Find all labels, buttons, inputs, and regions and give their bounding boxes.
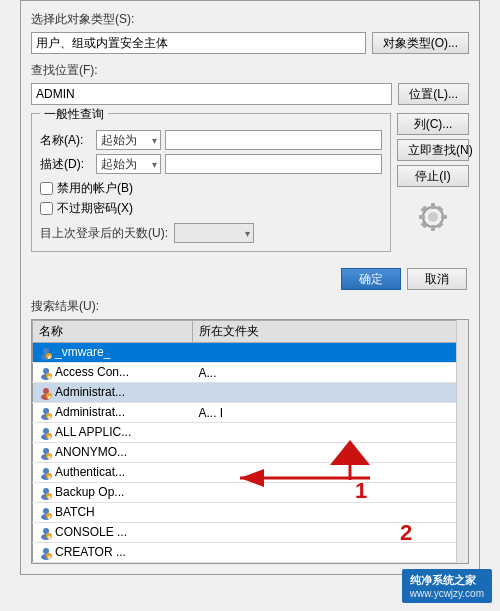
result-folder-cell (193, 543, 468, 563)
general-query-group: 一般性查询 名称(A): 起始为 描述(D): 起始为 禁用的帐户( (31, 113, 391, 252)
result-folder-cell (193, 483, 468, 503)
user-icon: ★ (39, 426, 53, 440)
result-name-cell: ★ ALL APPLIC... (33, 423, 193, 443)
no-expire-checkbox-row: 不过期密码(X) (40, 200, 382, 217)
result-folder-cell: A... I (193, 403, 468, 423)
user-icon: ★ (39, 546, 53, 560)
user-icon: ★ (39, 346, 53, 360)
table-row[interactable]: ★ BATCH (33, 503, 468, 523)
days-combo[interactable] (174, 223, 254, 243)
gear-icon (415, 199, 451, 235)
table-row[interactable]: ★ Administrat...A... I (33, 403, 468, 423)
search-now-btn[interactable]: 立即查找(N) (397, 139, 469, 161)
col-name-header: 名称 (33, 321, 193, 343)
svg-rect-6 (420, 205, 427, 212)
svg-rect-4 (419, 215, 425, 219)
last-login-row: 目上次登录后的天数(U): (40, 223, 382, 243)
result-folder-cell: A... (193, 363, 468, 383)
watermark-line2: www.ycwjzy.com (410, 588, 484, 599)
result-name-cell: ★ Administrat... (33, 403, 193, 423)
confirm-btn[interactable]: 确定 (341, 268, 401, 290)
stop-btn[interactable]: 停止(I) (397, 165, 469, 187)
location-input[interactable] (31, 83, 392, 105)
result-name-cell: ★ ANONYMO... (33, 443, 193, 463)
disabled-label: 禁用的帐户(B) (57, 180, 133, 197)
user-icon: ★ (39, 486, 53, 500)
result-name-cell: ★ BATCH (33, 503, 193, 523)
main-dialog: 选择此对象类型(S): 对象类型(O)... 查找位置(F): 位置(L)...… (20, 0, 480, 575)
svg-rect-8 (420, 221, 427, 228)
table-row[interactable]: ★ ANONYMO... (33, 443, 468, 463)
last-login-label: 目上次登录后的天数(U): (40, 225, 168, 242)
results-inner: 名称 所在文件夹 ★ _vmware_ ★ Access Con...A... … (32, 320, 468, 563)
location-row: 位置(L)... (31, 83, 469, 105)
result-folder-cell (193, 463, 468, 483)
col-folder-header: 所在文件夹 (193, 321, 468, 343)
user-icon: ★ (39, 406, 53, 420)
gear-icon-area (397, 199, 469, 235)
action-buttons-row: 确定 取消 (31, 268, 469, 290)
result-folder-cell (193, 383, 468, 403)
scrollbar[interactable] (456, 320, 468, 563)
svg-rect-2 (431, 203, 435, 209)
table-row[interactable]: ★ _vmware_ (33, 343, 468, 363)
user-icon: ★ (39, 506, 53, 520)
results-table: 名称 所在文件夹 ★ _vmware_ ★ Access Con...A... … (32, 320, 468, 563)
general-query-title: 一般性查询 (40, 106, 108, 123)
desc-label: 描述(D): (40, 156, 92, 173)
results-wrapper: 名称 所在文件夹 ★ _vmware_ ★ Access Con...A... … (31, 319, 469, 564)
table-row[interactable]: ★ ALL APPLIC... (33, 423, 468, 443)
result-name-cell: ★ Backup Op... (33, 483, 193, 503)
result-name-cell: ★ CONSOLE ... (33, 523, 193, 543)
search-results-label: 搜索结果(U): (31, 298, 469, 315)
no-expire-label: 不过期密码(X) (57, 200, 133, 217)
no-expire-checkbox[interactable] (40, 202, 53, 215)
table-row[interactable]: ★ Backup Op... (33, 483, 468, 503)
table-row[interactable]: ★ Access Con...A... (33, 363, 468, 383)
user-icon: ★ (39, 366, 53, 380)
result-name-cell: ★ CREATOR ... (33, 543, 193, 563)
user-icon: ★ (39, 466, 53, 480)
svg-rect-3 (431, 225, 435, 231)
search-results-section: 搜索结果(U): 名称 所在文件夹 ★ _vmware_ (31, 298, 469, 564)
result-folder-cell (193, 423, 468, 443)
object-type-label: 选择此对象类型(S): (31, 11, 469, 28)
location-label: 查找位置(F): (31, 62, 469, 79)
desc-combo[interactable]: 起始为 (96, 154, 161, 174)
watermark: 纯净系统之家 www.ycwjzy.com (402, 569, 492, 603)
location-btn[interactable]: 位置(L)... (398, 83, 469, 105)
result-name-cell: ★ _vmware_ (33, 343, 193, 363)
object-type-row: 对象类型(O)... (31, 32, 469, 54)
table-row[interactable]: ★ Authenticat... (33, 463, 468, 483)
object-type-btn[interactable]: 对象类型(O)... (372, 32, 469, 54)
user-icon: ★ (39, 526, 53, 540)
disabled-checkbox[interactable] (40, 182, 53, 195)
desc-input[interactable] (165, 154, 382, 174)
result-name-cell: ★ Authenticat... (33, 463, 193, 483)
right-buttons: 列(C)... 立即查找(N) 停止(I) (397, 113, 469, 260)
result-name-cell: ★ Administrat... (33, 383, 193, 403)
name-input[interactable] (165, 130, 382, 150)
cancel-btn[interactable]: 取消 (407, 268, 467, 290)
result-folder-cell (193, 503, 468, 523)
user-icon: ★ (39, 386, 53, 400)
table-row[interactable]: ★ CREATOR ... (33, 543, 468, 563)
table-row[interactable]: ★ CONSOLE ... (33, 523, 468, 543)
svg-rect-5 (441, 215, 447, 219)
name-label: 名称(A): (40, 132, 92, 149)
table-row[interactable]: ★ Administrat... (33, 383, 468, 403)
result-folder-cell (193, 443, 468, 463)
user-icon: ★ (39, 446, 53, 460)
columns-btn[interactable]: 列(C)... (397, 113, 469, 135)
disabled-checkbox-row: 禁用的帐户(B) (40, 180, 382, 197)
result-name-cell: ★ Access Con... (33, 363, 193, 383)
name-combo[interactable]: 起始为 (96, 130, 161, 150)
svg-point-1 (428, 212, 438, 222)
object-type-input[interactable] (31, 32, 366, 54)
watermark-line1: 纯净系统之家 (410, 573, 484, 588)
result-folder-cell (193, 523, 468, 543)
result-folder-cell (193, 343, 468, 363)
